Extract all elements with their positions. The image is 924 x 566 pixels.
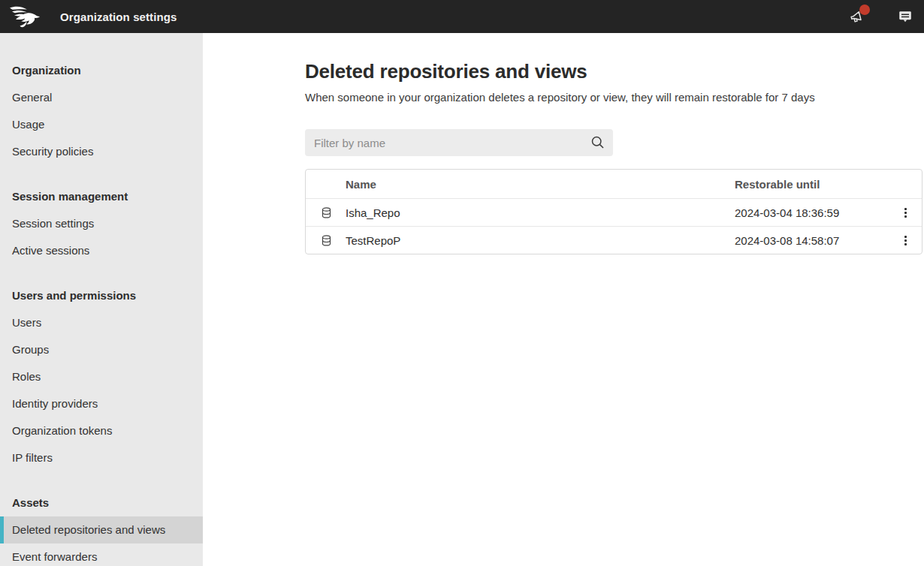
sidebar-item-usage[interactable]: Usage bbox=[0, 111, 203, 138]
sidebar-item-security-policies[interactable]: Security policies bbox=[0, 138, 203, 165]
table-row: TestRepoP 2024-03-08 14:58:07 bbox=[306, 226, 922, 254]
sidebar-section-assets: Assets Deleted repositories and views Ev… bbox=[0, 489, 203, 566]
table-row: Isha_Repo 2024-03-04 18:36:59 bbox=[306, 198, 922, 226]
sidebar-item-ip-filters[interactable]: IP filters bbox=[0, 444, 203, 471]
sidebar-item-users[interactable]: Users bbox=[0, 309, 203, 336]
sidebar-section-session-management: Session management Session settings Acti… bbox=[0, 183, 203, 264]
sidebar-item-event-forwarders[interactable]: Event forwarders bbox=[0, 543, 203, 566]
section-header-assets: Assets bbox=[0, 489, 203, 516]
repo-name: Isha_Repo bbox=[346, 206, 735, 219]
filter-field bbox=[305, 129, 613, 156]
sidebar-item-deleted-repositories-and-views[interactable]: Deleted repositories and views bbox=[0, 516, 203, 543]
section-header-users-permissions: Users and permissions bbox=[0, 282, 203, 309]
column-header-name: Name bbox=[346, 178, 735, 191]
feedback-icon bbox=[897, 8, 913, 25]
crowdstrike-logo[interactable] bbox=[0, 0, 50, 33]
restorable-until-value: 2024-03-04 18:36:59 bbox=[735, 206, 889, 219]
sidebar: Organization General Usage Security poli… bbox=[0, 33, 203, 566]
sidebar-item-roles[interactable]: Roles bbox=[0, 363, 203, 390]
announcements-button[interactable] bbox=[847, 7, 867, 26]
column-header-restorable-until: Restorable until bbox=[735, 178, 889, 191]
row-actions-menu-button[interactable] bbox=[889, 199, 922, 226]
restorable-until-value: 2024-03-08 14:58:07 bbox=[735, 234, 889, 247]
sidebar-item-active-sessions[interactable]: Active sessions bbox=[0, 237, 203, 264]
section-header-organization: Organization bbox=[0, 57, 203, 84]
main-content: Deleted repositories and views When some… bbox=[203, 33, 924, 566]
deleted-repositories-table: Name Restorable until Isha_Repo 2024-03-… bbox=[305, 169, 922, 254]
sidebar-item-identity-providers[interactable]: Identity providers bbox=[0, 390, 203, 417]
feedback-button[interactable] bbox=[895, 7, 915, 26]
row-actions-menu-button[interactable] bbox=[889, 227, 922, 254]
sidebar-item-groups[interactable]: Groups bbox=[0, 336, 203, 363]
topbar: Organization settings bbox=[0, 0, 924, 33]
table-header-row: Name Restorable until bbox=[306, 170, 922, 198]
repo-name: TestRepoP bbox=[346, 234, 735, 247]
falcon-icon bbox=[10, 5, 40, 29]
sidebar-item-general[interactable]: General bbox=[0, 84, 203, 111]
sidebar-section-organization: Organization General Usage Security poli… bbox=[0, 57, 203, 165]
sidebar-section-users-permissions: Users and permissions Users Groups Roles… bbox=[0, 282, 203, 471]
database-icon bbox=[306, 207, 346, 218]
database-icon bbox=[306, 235, 346, 246]
sidebar-item-organization-tokens[interactable]: Organization tokens bbox=[0, 417, 203, 444]
topbar-actions bbox=[847, 7, 924, 26]
app-title: Organization settings bbox=[60, 11, 177, 23]
sidebar-item-session-settings[interactable]: Session settings bbox=[0, 210, 203, 237]
filter-by-name-input[interactable] bbox=[305, 129, 613, 156]
page-subtitle: When someone in your organization delete… bbox=[305, 90, 922, 105]
section-header-session-management: Session management bbox=[0, 183, 203, 210]
notification-badge bbox=[859, 5, 870, 15]
page-heading: Deleted repositories and views bbox=[305, 59, 922, 84]
